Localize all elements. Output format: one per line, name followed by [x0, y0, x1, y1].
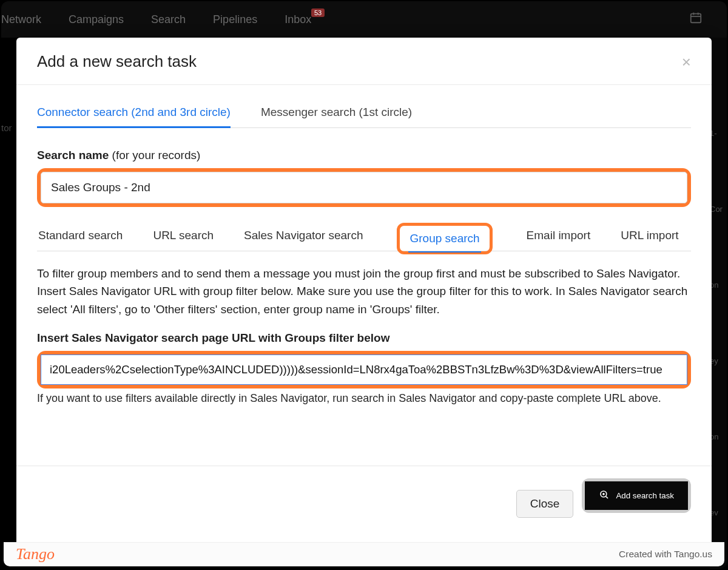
svg-rect-0 [691, 14, 701, 23]
add-search-task-button[interactable]: Add search task [585, 481, 688, 510]
top-tabs: Connector search (2nd and 3rd circle) Me… [37, 102, 691, 128]
bg-right-b: Cor [710, 205, 727, 214]
tab-group-search[interactable]: Group search [410, 226, 479, 251]
url-label-bold: Insert Sales Navigator search page URL w… [37, 331, 389, 344]
url-input-highlight [37, 351, 691, 388]
bg-right-a: 1- [710, 129, 727, 138]
close-button[interactable]: Close [516, 490, 574, 518]
modal-body: Connector search (2nd and 3rd circle) Me… [16, 85, 712, 466]
tango-credit: Created with Tango.us [619, 549, 712, 560]
nav-item-network: Network [1, 13, 41, 26]
tab-sales-navigator-search[interactable]: Sales Navigator search [243, 223, 364, 251]
tab-messenger-search[interactable]: Messenger search (1st circle) [261, 102, 412, 127]
background-nav: Network Campaigns Search Pipelines Inbox… [1, 1, 727, 38]
nav-item-pipelines: Pipelines [213, 13, 257, 26]
add-search-task-modal: Add a new search task × Connector search… [16, 38, 712, 542]
search-plus-icon [599, 489, 610, 502]
tab-url-import[interactable]: URL import [619, 223, 679, 251]
inbox-badge: 53 [311, 8, 325, 17]
close-icon[interactable]: × [682, 54, 691, 70]
bg-left-a: tor [1, 123, 12, 133]
tango-attribution-bar: Tango Created with Tango.us [4, 542, 724, 566]
group-search-highlight: Group search [397, 223, 492, 254]
modal-footer: Close Add search task [16, 466, 712, 542]
modal-header: Add a new search task × [16, 38, 712, 85]
tab-email-import[interactable]: Email import [525, 223, 592, 251]
bg-left-strip: tor [1, 123, 18, 133]
add-search-task-highlight: Add search task [582, 478, 691, 513]
search-name-label-light: (for your records) [109, 149, 200, 161]
nav-inbox-label: Inbox [285, 13, 311, 25]
search-type-tabs: Standard search URL search Sales Navigat… [37, 223, 691, 251]
bg-right-d: ey [710, 356, 727, 365]
bg-right-strip: 1- Cor on ey on ev on [710, 38, 727, 569]
modal-title: Add a new search task [37, 52, 197, 71]
url-hint-text: If you want to use filters available dir… [37, 392, 691, 405]
nav-item-inbox: Inbox 53 [285, 13, 311, 26]
bg-right-f: ev [710, 508, 727, 517]
group-search-help-text: To filter group members and to send them… [37, 265, 691, 318]
sales-navigator-url-input[interactable] [41, 355, 687, 385]
tab-connector-search[interactable]: Connector search (2nd and 3rd circle) [37, 102, 231, 127]
tango-logo: Tango [16, 545, 55, 563]
add-search-task-label: Add search task [616, 491, 674, 500]
nav-item-campaigns: Campaigns [69, 13, 124, 26]
search-name-input[interactable] [41, 172, 687, 203]
tab-standard-search[interactable]: Standard search [37, 223, 124, 251]
search-name-label-bold: Search name [37, 149, 109, 161]
nav-item-search: Search [151, 13, 186, 26]
bg-right-e: on [710, 432, 727, 441]
search-name-highlight [37, 168, 691, 207]
bg-right-c: on [710, 280, 727, 290]
tab-url-search[interactable]: URL search [152, 223, 215, 251]
url-field-label: Insert Sales Navigator search page URL w… [37, 331, 691, 345]
search-name-label: Search name (for your records) [37, 149, 691, 162]
calendar-icon [689, 11, 703, 28]
